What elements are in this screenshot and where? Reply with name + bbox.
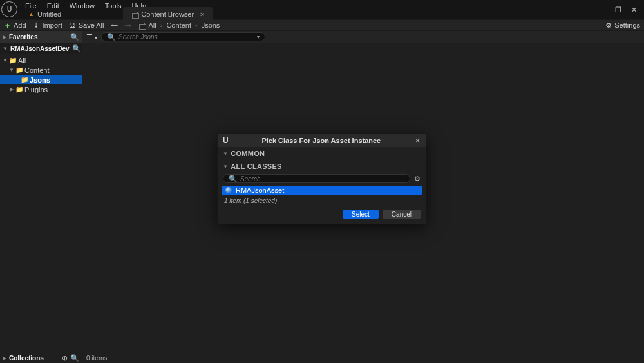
tree-row-content[interactable]: ▼ 📁 Content — [0, 65, 82, 75]
class-search-field[interactable] — [240, 175, 404, 182]
plus-circle-icon[interactable]: ⊕ — [62, 354, 68, 362]
common-section-label: COMMON — [231, 150, 265, 157]
tree-row-label: All — [18, 57, 26, 64]
tree-row-jsons[interactable]: 📁 Jsons — [0, 75, 82, 84]
class-icon — [225, 187, 232, 193]
tree-row-label: Plugins — [24, 86, 48, 93]
project-header[interactable]: ▼ RMAJsonAssetDev 🔍 — [0, 43, 82, 54]
selection-status: 1 item (1 selected) — [218, 196, 426, 206]
breadcrumb-all[interactable]: All — [149, 21, 156, 29]
tree-row-plugins[interactable]: ▶ 📁 Plugins — [0, 84, 82, 94]
save-icon: 🖫 — [69, 21, 76, 29]
add-button[interactable]: ＋ Add — [4, 21, 26, 30]
unreal-logo-icon: U — [223, 136, 228, 145]
collections-header[interactable]: ▶ Collections ⊕ 🔍 — [0, 353, 82, 363]
folder-icon — [138, 23, 145, 28]
nav-back-button[interactable]: 🡐 — [111, 21, 118, 29]
chevron-down-icon: ▾ — [95, 35, 97, 41]
all-classes-section-label: ALL CLASSES — [231, 162, 282, 170]
window-minimize-button[interactable]: ─ — [595, 4, 611, 15]
favorites-header[interactable]: ▶ Favorites 🔍 — [0, 31, 82, 43]
document-tab-untitled[interactable]: ▲ Untitled — [21, 7, 69, 21]
select-button[interactable]: Select — [343, 210, 379, 219]
tree-row-all[interactable]: ▼ 📁 All — [0, 55, 82, 65]
tree-row-label: Jsons — [30, 76, 50, 84]
import-button-label: Import — [43, 21, 62, 29]
project-label: RMAJsonAssetDev — [10, 45, 70, 52]
modal-title: Pick Class For Json Asset Instance — [232, 137, 411, 144]
pick-class-modal: U Pick Class For Json Asset Instance ✕ ▼… — [217, 133, 426, 224]
class-row-label: RMAJsonAsset — [236, 186, 284, 194]
filter-icon: ☰ — [86, 33, 93, 41]
common-section-header[interactable]: ▼ COMMON — [218, 147, 426, 160]
folder-icon: 📁 — [15, 66, 23, 74]
arrow-right-icon: 🡒 — [124, 21, 131, 29]
arrow-left-icon: 🡐 — [111, 21, 118, 29]
save-all-button-label: Save All — [79, 21, 104, 29]
plus-icon: ＋ — [4, 21, 11, 30]
chevron-right-icon: › — [160, 21, 163, 29]
search-icon[interactable]: 🔍 — [70, 33, 79, 41]
select-button-label: Select — [352, 211, 370, 218]
chevron-down-icon: ▼ — [223, 151, 228, 157]
tab-close-icon[interactable]: ✕ — [200, 11, 205, 18]
window-close-button[interactable]: ✕ — [626, 4, 641, 15]
document-tab-label: Content Browser — [141, 10, 194, 18]
content-search-input[interactable]: 🔍 ▾ — [101, 32, 265, 41]
cancel-button-label: Cancel — [392, 211, 412, 218]
folder-tree: ▼ 📁 All ▼ 📁 Content 📁 Jsons ▶ 📁 Plugin — [0, 54, 82, 95]
search-icon[interactable]: 🔍 — [72, 44, 81, 53]
add-button-label: Add — [14, 21, 26, 29]
chevron-down-icon: ▼ — [3, 57, 8, 63]
breadcrumb: All › Content › Jsons — [138, 21, 220, 29]
breadcrumb-jsons[interactable]: Jsons — [202, 21, 220, 29]
favorites-label: Favorites — [9, 34, 68, 41]
content-browser-icon — [131, 12, 138, 17]
import-button[interactable]: ⭳ Import — [33, 21, 62, 29]
import-icon: ⭳ — [33, 21, 40, 29]
cancel-button[interactable]: Cancel — [383, 210, 421, 219]
folder-icon: 📁 — [9, 57, 17, 64]
content-search-field[interactable] — [118, 34, 254, 41]
all-classes-section-header[interactable]: ▼ ALL CLASSES — [218, 160, 426, 173]
search-icon: 🔍 — [229, 175, 238, 183]
unreal-engine-logo: U — [1, 1, 17, 17]
chevron-down-icon: ▼ — [3, 46, 8, 52]
folder-icon: 📁 — [21, 76, 28, 83]
chevron-right-icon: ▶ — [3, 355, 6, 361]
search-icon: 🔍 — [107, 33, 116, 41]
chevron-down-icon: ▼ — [9, 67, 14, 73]
document-tab-content-browser[interactable]: Content Browser ✕ — [123, 7, 213, 21]
chevron-right-icon: › — [195, 21, 198, 29]
modal-close-button[interactable]: ✕ — [415, 137, 421, 145]
breadcrumb-content[interactable]: Content — [166, 21, 191, 29]
document-tab-label: Untitled — [37, 10, 61, 18]
class-row-rmajsonasset[interactable]: RMAJsonAsset — [222, 186, 422, 195]
gear-icon: ⚙ — [605, 21, 612, 30]
save-all-button[interactable]: 🖫 Save All — [69, 21, 104, 29]
settings-button-label: Settings — [614, 21, 640, 29]
folder-icon: 📁 — [15, 86, 23, 93]
item-count-label: 0 items — [86, 355, 107, 362]
chevron-down-icon[interactable]: ▾ — [257, 34, 260, 40]
tree-row-label: Content — [24, 66, 50, 74]
warning-icon: ▲ — [28, 11, 34, 17]
chevron-right-icon: ▶ — [9, 86, 14, 92]
collections-label: Collections — [9, 355, 59, 362]
settings-button[interactable]: ⚙ Settings — [605, 21, 640, 30]
filter-button[interactable]: ☰ ▾ — [85, 33, 99, 41]
search-icon[interactable]: 🔍 — [70, 354, 79, 362]
chevron-down-icon: ▼ — [223, 164, 228, 170]
window-maximize-button[interactable]: ❐ — [611, 4, 626, 15]
nav-forward-button[interactable]: 🡒 — [124, 21, 131, 29]
class-search-input[interactable]: 🔍 — [223, 174, 410, 183]
class-search-settings-button[interactable]: ⚙ — [414, 175, 421, 183]
chevron-right-icon: ▶ — [3, 34, 6, 40]
